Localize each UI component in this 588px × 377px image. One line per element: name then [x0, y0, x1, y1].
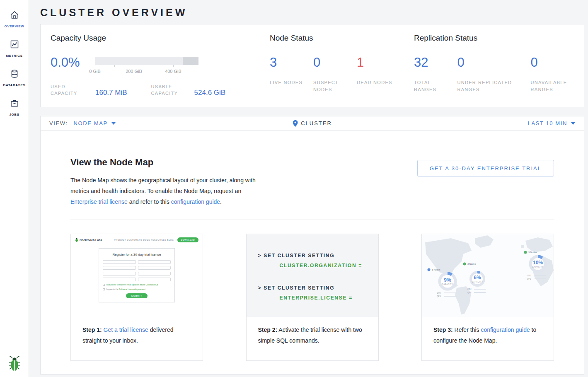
configuration-guide-link[interactable]: configuration guide — [171, 198, 220, 205]
dead-nodes-label: DEAD NODES — [357, 79, 392, 86]
svg-text:CAPACITY: CAPACITY — [472, 281, 483, 283]
step3-card: 3 Nodes 3 Nodes 3 Nodes 9% CAPACITY — [421, 234, 554, 361]
sql-setting-line: CLUSTER.ORGANIZATION = — [258, 261, 378, 271]
sql-prompt-line: > SET CLUSTER SETTING — [258, 251, 378, 261]
description-text: and refer to this — [129, 198, 169, 205]
view-selector[interactable]: VIEW: NODE MAP — [49, 120, 116, 126]
get-trial-license-link[interactable]: Get a trial license — [104, 326, 148, 333]
live-nodes-label: LIVE NODES — [270, 79, 305, 86]
trial-registration-form: Register for a 30-day trial license I wo… — [99, 248, 175, 302]
replication-status-title: Replication Status — [414, 34, 574, 43]
node-locality-label: 3 Nodes — [528, 251, 537, 254]
capacity-gauge: 0 GiB 200 GiB 400 GiB — [95, 57, 198, 77]
step1-label: Step 1: — [82, 326, 102, 333]
cockroach-labs-brand: Cockroach Labs — [75, 238, 102, 242]
form-title: Register for a 30-day trial license — [103, 253, 171, 256]
description-text: The Node Map shows the geographical layo… — [70, 177, 256, 194]
chevron-down-icon — [111, 122, 116, 125]
form-checkbox-row: I agree to the Software License Agreemen… — [103, 288, 171, 290]
node-map-description: The Node Map shows the geographical layo… — [70, 175, 267, 207]
license-agreement-link: Software License Agreement — [119, 288, 145, 290]
svg-text:CAPACITY: CAPACITY — [532, 266, 544, 268]
site-nav: PRODUCT CUSTOMERS DOCS RESOURCES BLOG — [114, 239, 174, 241]
svg-text:9%: 9% — [444, 277, 451, 283]
main-content: CLUSTER OVERVIEW Capacity Usage 0.0% — [29, 0, 588, 377]
databases-icon — [10, 69, 19, 80]
sql-setting-line: ENTERPRISE.LICENSE = — [258, 293, 378, 303]
sidebar-item-label: DATABASES — [3, 83, 26, 87]
sidebar-item-label: METRICS — [6, 54, 22, 58]
step2-card: > SET CLUSTER SETTING CLUSTER.ORGANIZATI… — [246, 234, 379, 361]
step2-caption: Step 2: Activate the trial license with … — [247, 317, 378, 346]
sidebar-item-label: OVERVIEW — [5, 24, 24, 28]
svg-text:QPS: QPS — [437, 295, 441, 297]
divider — [70, 220, 554, 220]
node-status-title: Node Status — [270, 34, 414, 43]
capacity-usage-section: Capacity Usage 0.0% — [51, 34, 270, 98]
cluster-summary-card: Capacity Usage 0.0% — [40, 24, 584, 107]
form-fields — [103, 260, 171, 281]
step1-card: Cockroach Labs PRODUCT CUSTOMERS DOCS RE… — [70, 234, 203, 361]
svg-text:CPU: CPU — [437, 292, 441, 294]
svg-text:6%: 6% — [474, 275, 481, 280]
sidebar: OVERVIEW METRICS DATABASES JOBS — [0, 0, 29, 377]
configuration-guide-link[interactable]: configuration guide — [481, 326, 530, 333]
replication-status-section: Replication Status 32 TOTAL RANGES 0 UND… — [414, 34, 574, 98]
chevron-down-icon — [571, 122, 575, 125]
sidebar-item-overview[interactable]: OVERVIEW — [0, 4, 29, 34]
page-title: CLUSTER OVERVIEW — [40, 7, 584, 19]
suspect-nodes-value: 0 — [313, 55, 357, 70]
dead-nodes-value: 1 — [357, 55, 400, 70]
svg-text:QPS: QPS — [527, 278, 531, 280]
step3-node-map-preview: 3 Nodes 3 Nodes 3 Nodes 9% CAPACITY — [422, 234, 554, 317]
total-ranges-label: TOTAL RANGES — [414, 79, 450, 93]
description-text: . — [220, 198, 222, 205]
unavailable-ranges-value: 0 — [531, 55, 574, 70]
view-selected-value: NODE MAP — [74, 120, 108, 126]
step2-code-snippet: > SET CLUSTER SETTING CLUSTER.ORGANIZATI… — [247, 234, 378, 317]
svg-text:CPU: CPU — [467, 288, 472, 290]
brand-text: Cockroach Labs — [80, 239, 102, 242]
enterprise-trial-button[interactable]: GET A 30-DAY ENTERPRISE TRIAL — [417, 160, 554, 176]
capacity-used-percent: 0.0% — [51, 55, 95, 70]
svg-text:CPU: CPU — [527, 275, 531, 277]
location-pin-icon — [293, 120, 298, 127]
total-ranges-stat: 32 TOTAL RANGES — [414, 55, 457, 93]
jobs-icon — [10, 98, 19, 110]
usable-capacity-label: USABLE CAPACITY — [151, 83, 188, 97]
node-map-world-image: 3 Nodes 3 Nodes 3 Nodes 9% CAPACITY — [422, 234, 554, 317]
axis-tick-label: 400 GiB — [165, 69, 181, 74]
unavailable-ranges-label: UNAVAILABLE RANGES — [531, 79, 566, 93]
steps-row: Cockroach Labs PRODUCT CUSTOMERS DOCS RE… — [70, 234, 554, 361]
time-range-selector[interactable]: LAST 10 MIN — [528, 120, 575, 126]
view-label: VIEW: — [49, 120, 68, 126]
submit-button: SUBMIT — [126, 293, 148, 298]
live-nodes-value: 3 — [270, 55, 313, 70]
app-root: OVERVIEW METRICS DATABASES JOBS — [0, 0, 588, 377]
sidebar-item-databases[interactable]: DATABASES — [0, 63, 29, 92]
under-replicated-ranges-stat: 0 UNDER-REPLICATED RANGES — [457, 55, 530, 93]
under-replicated-ranges-value: 0 — [457, 55, 530, 70]
step1-caption: Step 1: Get a trial license delivered st… — [71, 317, 203, 346]
step3-label: Step 3: — [433, 326, 453, 333]
svg-text:QPS: QPS — [467, 292, 472, 294]
home-icon — [10, 10, 19, 22]
svg-text:10%: 10% — [533, 260, 543, 266]
step3-text: Refer this — [455, 326, 479, 333]
under-replicated-ranges-label: UNDER-REPLICATED RANGES — [457, 79, 523, 93]
capacity-gauge-bar — [95, 57, 198, 65]
step3-caption: Step 3: Refer this configuration guide t… — [422, 317, 554, 346]
step2-label: Step 2: — [258, 326, 278, 333]
suspect-nodes-stat: 0 SUSPECT NODES — [313, 55, 357, 93]
live-nodes-stat: 3 LIVE NODES — [270, 55, 313, 93]
axis-tick-label: 200 GiB — [126, 69, 142, 74]
checkbox-label: I agree to the — [106, 288, 118, 290]
enterprise-trial-license-link[interactable]: Enterprise trial license — [70, 198, 128, 205]
sidebar-item-label: JOBS — [9, 113, 19, 116]
sidebar-item-jobs[interactable]: JOBS — [0, 92, 29, 122]
step1-screenshot: Cockroach Labs PRODUCT CUSTOMERS DOCS RE… — [71, 234, 203, 317]
node-map-panel: View the Node Map The Node Map shows the… — [40, 130, 584, 375]
checkbox-icon — [103, 284, 105, 286]
metrics-icon — [10, 39, 19, 51]
sidebar-item-metrics[interactable]: METRICS — [0, 34, 29, 63]
